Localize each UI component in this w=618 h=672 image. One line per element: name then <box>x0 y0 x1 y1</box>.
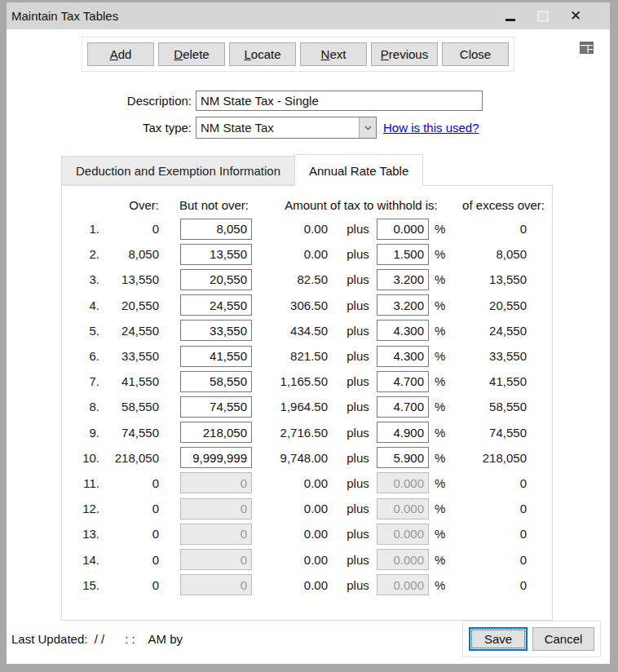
of-excess-over-value: 0 <box>450 578 548 592</box>
rate-table-row: 1. 0 0.00 plus % 0 <box>67 216 552 241</box>
over-value: 74,550 <box>108 426 167 440</box>
rate-table-row: 3. 13,550 82.50 plus % 13,550 <box>67 267 552 292</box>
over-value: 0 <box>108 578 167 592</box>
tab-strip: Deduction and Exemption Information Annu… <box>7 154 610 185</box>
rate-percent-input[interactable] <box>377 219 429 240</box>
rate-percent-input[interactable] <box>377 371 429 392</box>
of-excess-over-value: 20,550 <box>450 298 548 312</box>
of-excess-over-value: 0 <box>450 527 548 541</box>
description-input[interactable] <box>196 91 483 111</box>
amount-of-tax-value: 1,165.50 <box>261 374 339 388</box>
titlebar[interactable]: Maintain Tax Tables ✕ <box>7 2 610 29</box>
percent-sign: % <box>432 298 450 312</box>
header-of-excess-over: of excess over: <box>450 198 548 212</box>
amount-of-tax-value: 9,748.00 <box>261 451 339 465</box>
amount-of-tax-value: 1,964.50 <box>261 400 339 413</box>
rate-percent-input[interactable] <box>377 269 429 290</box>
but-not-over-input[interactable] <box>180 269 252 290</box>
save-button[interactable]: Save <box>469 627 528 651</box>
rate-table-row: 4. 20,550 306.50 plus % 20,550 <box>67 293 552 318</box>
plus-label: plus <box>339 298 377 312</box>
but-not-over-input[interactable] <box>180 294 252 316</box>
percent-sign: % <box>432 272 450 286</box>
but-not-over-input <box>180 524 252 545</box>
but-not-over-input[interactable] <box>180 422 252 443</box>
tax-type-select[interactable]: NM State Tax <box>196 117 377 139</box>
percent-sign: % <box>432 553 450 567</box>
chevron-down-icon[interactable] <box>359 117 376 138</box>
toolbar-button-add[interactable]: Add <box>87 42 154 66</box>
of-excess-over-value: 74,550 <box>450 426 548 440</box>
amount-of-tax-value: 0.00 <box>261 222 339 236</box>
tab-deduction-and-exemption-information[interactable]: Deduction and Exemption Information <box>61 156 295 185</box>
rate-table-row: 5. 24,550 434.50 plus % 24,550 <box>67 318 552 343</box>
but-not-over-input[interactable] <box>180 346 252 367</box>
header-but-not-over: But not over: <box>167 198 261 212</box>
toolbar-button-delete[interactable]: Delete <box>158 42 225 66</box>
toolbar-button-group: AddDeleteLocateNextPreviousClose <box>82 37 514 72</box>
how-is-this-used-link[interactable]: How is this used? <box>383 121 479 135</box>
percent-sign: % <box>432 222 450 236</box>
amount-of-tax-value: 82.50 <box>261 272 339 286</box>
but-not-over-input[interactable] <box>180 371 252 392</box>
plus-label: plus <box>339 374 377 388</box>
rate-table-row: 9. 74,550 2,716.50 plus % 74,550 <box>67 420 552 445</box>
over-value: 0 <box>108 222 167 236</box>
row-number: 9. <box>67 426 108 440</box>
rate-percent-input <box>377 498 429 519</box>
amount-of-tax-value: 0.00 <box>261 502 339 515</box>
over-value: 24,550 <box>108 324 167 338</box>
row-number: 12. <box>67 502 108 515</box>
rate-percent-input[interactable] <box>377 294 429 316</box>
toolbar: AddDeleteLocateNextPreviousClose <box>7 37 610 72</box>
cancel-button[interactable]: Cancel <box>532 627 594 651</box>
tab-annual-rate-table[interactable]: Annual Rate Table <box>294 154 423 186</box>
toolbar-button-previous[interactable]: Previous <box>371 42 438 66</box>
tax-type-label: Tax type: <box>76 121 196 135</box>
rate-table-row: 15. 0 0.00 plus % 0 <box>67 573 552 598</box>
percent-sign: % <box>432 349 450 363</box>
toolbar-button-close[interactable]: Close <box>442 42 509 66</box>
form-area: Description: Tax type: NM State Tax How … <box>7 91 610 144</box>
but-not-over-input[interactable] <box>180 244 252 265</box>
plus-label: plus <box>339 272 377 286</box>
description-label: Description: <box>76 94 196 108</box>
row-number: 7. <box>67 374 108 388</box>
over-value: 0 <box>108 553 167 567</box>
but-not-over-input[interactable] <box>180 320 252 341</box>
of-excess-over-value: 0 <box>450 502 548 515</box>
minimize-button[interactable] <box>494 4 527 29</box>
rate-percent-input[interactable] <box>377 244 429 265</box>
window-layout-icon[interactable] <box>580 42 594 54</box>
close-button[interactable]: ✕ <box>559 4 592 29</box>
over-value: 20,550 <box>108 298 167 312</box>
of-excess-over-value: 8,050 <box>450 247 548 261</box>
amount-of-tax-value: 0.00 <box>261 527 339 541</box>
titlebar-controls: ✕ <box>494 4 592 29</box>
rate-percent-input[interactable] <box>377 346 429 367</box>
rate-table-row: 6. 33,550 821.50 plus % 33,550 <box>67 343 552 369</box>
rate-table-row: 13. 0 0.00 plus % 0 <box>67 521 552 546</box>
rate-table-row: 11. 0 0.00 plus % 0 <box>67 471 552 496</box>
over-value: 0 <box>108 476 167 490</box>
row-number: 1. <box>67 222 108 236</box>
row-number: 4. <box>67 298 108 312</box>
rate-percent-input[interactable] <box>377 396 429 418</box>
over-value: 0 <box>108 527 167 541</box>
row-number: 6. <box>67 349 108 363</box>
row-number: 15. <box>67 578 108 592</box>
but-not-over-input[interactable] <box>180 219 252 240</box>
toolbar-button-locate[interactable]: Locate <box>229 42 296 66</box>
rate-percent-input[interactable] <box>377 447 429 468</box>
but-not-over-input[interactable] <box>180 447 252 468</box>
but-not-over-input[interactable] <box>180 396 252 418</box>
tax-type-value: NM State Tax <box>196 121 359 135</box>
over-value: 58,550 <box>108 400 167 413</box>
percent-sign: % <box>432 578 450 592</box>
toolbar-button-next[interactable]: Next <box>300 42 367 66</box>
rate-table-row: 7. 41,550 1,165.50 plus % 41,550 <box>67 369 552 394</box>
rate-percent-input[interactable] <box>377 422 429 443</box>
rate-table-row: 14. 0 0.00 plus % 0 <box>67 546 552 572</box>
rate-percent-input[interactable] <box>377 320 429 341</box>
maximize-icon <box>537 11 549 22</box>
